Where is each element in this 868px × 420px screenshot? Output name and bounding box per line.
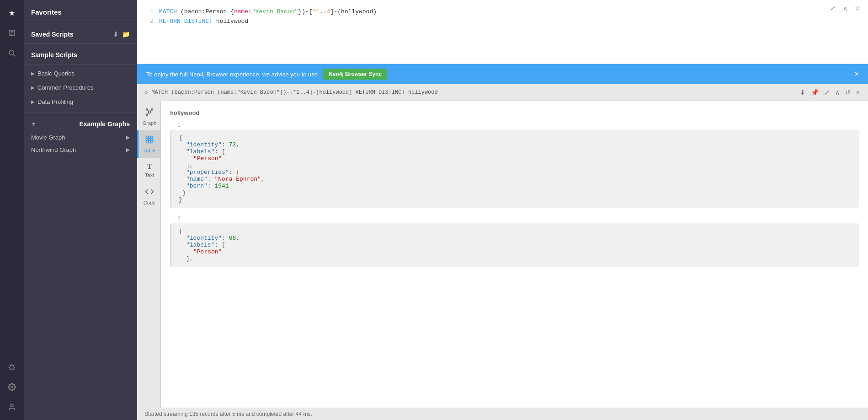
graph-tab-icon [145, 108, 154, 118]
saved-scripts-icons: ⬇ 📁 [113, 31, 130, 38]
svg-line-13 [148, 110, 149, 112]
notification-message: To enjoy the full Neo4j Browser experien… [146, 71, 318, 78]
search-nav-icon[interactable] [4, 45, 20, 61]
example-graphs-header: ▼ Example Graphs [24, 115, 137, 131]
common-procedures-section[interactable]: ▶ Common Procedures [24, 81, 137, 95]
svg-line-5 [13, 54, 15, 56]
view-tabs: Graph Table T Text Code [137, 101, 161, 408]
northwind-graph-chevron: ▶ [126, 147, 130, 153]
graph-tab[interactable]: Graph [137, 103, 160, 130]
sample-scripts-header: Sample Scripts [24, 46, 137, 62]
result-row-1: { "identity": 72, "labels": [ "Person" ]… [170, 130, 859, 208]
table-tab-label: Table [144, 148, 155, 153]
row-number-2: 2 [170, 211, 859, 223]
data-profiling-arrow: ▶ [31, 99, 35, 104]
row1-close-brace: } [179, 196, 852, 203]
result-body: Graph Table T Text Code [137, 101, 868, 408]
movie-graph-item[interactable]: Movie Graph ▶ [24, 131, 137, 144]
result-download-button[interactable]: ⬇ [799, 88, 806, 97]
settings-nav-icon[interactable] [4, 379, 20, 395]
scripts-nav-icon[interactable] [4, 25, 20, 41]
notification-bar: To enjoy the full Neo4j Browser experien… [137, 64, 868, 84]
common-procedures-arrow: ▶ [31, 85, 35, 90]
result-query: MATCH (bacon:Person {name:"Kevin Bacon"}… [151, 89, 438, 96]
code-line-1: 1 MATCH (bacon:Person {name:"Kevin Bacon… [146, 7, 859, 17]
result-close-button[interactable]: × [855, 88, 861, 97]
result-table: hollywood 1 { "identity": 72, "labels": … [161, 101, 868, 275]
result-panel: $ MATCH (bacon:Person {name:"Kevin Bacon… [137, 84, 868, 420]
main-content: ⤢ ∧ ☆ 1 MATCH (bacon:Person {name:"Kevin… [137, 0, 868, 420]
user-nav-icon[interactable] [4, 399, 20, 415]
data-profiling-section[interactable]: ▶ Data Profiling [24, 95, 137, 109]
result-pin-button[interactable]: 📌 [810, 88, 820, 97]
saved-scripts-header: Saved Scripts ⬇ 📁 [24, 25, 137, 42]
line-number-1: 1 [146, 7, 154, 17]
result-column-label: hollywood [170, 106, 859, 118]
favorites-nav-icon[interactable]: ★ [4, 5, 20, 21]
download-scripts-icon[interactable]: ⬇ [113, 31, 118, 38]
result-expand-button[interactable]: ⤢ [823, 88, 831, 97]
svg-point-10 [146, 109, 148, 110]
result-content[interactable]: hollywood 1 { "identity": 72, "labels": … [161, 101, 868, 408]
movie-graph-chevron: ▶ [126, 135, 130, 140]
editor-star-button[interactable]: ☆ [853, 4, 863, 13]
result-row-2: { "identity": 68, "labels": [ "Person" ]… [170, 223, 859, 267]
northwind-graph-item[interactable]: Northwind Graph ▶ [24, 144, 137, 156]
editor-toolbar: ⤢ ∧ ☆ [828, 4, 863, 13]
status-message: Started streaming 135 records after 5 ms… [144, 411, 312, 417]
result-collapse-button[interactable]: ∧ [834, 88, 841, 97]
table-tab[interactable]: Table [137, 130, 160, 158]
icon-bar-bottom [4, 359, 20, 420]
folder-scripts-icon[interactable]: 📁 [122, 31, 130, 38]
code-tab[interactable]: Code [137, 183, 160, 210]
graph-tab-label: Graph [143, 120, 157, 126]
svg-point-8 [11, 404, 13, 407]
code-tab-label: Code [144, 200, 155, 205]
svg-rect-16 [146, 136, 153, 143]
example-graphs-arrow-down: ▼ [31, 121, 36, 127]
text-tab-icon: T [147, 162, 152, 171]
row1-open-brace: { [179, 135, 852, 141]
favorites-header: Favorites [24, 0, 137, 21]
svg-line-14 [150, 110, 152, 112]
result-header-actions: ⬇ 📌 ⤢ ∧ ↺ × [799, 88, 861, 97]
row-number-1: 1 [170, 118, 859, 130]
code-editor: ⤢ ∧ ☆ 1 MATCH (bacon:Person {name:"Kevin… [137, 0, 868, 64]
icon-bar: ★ [0, 0, 24, 420]
svg-line-15 [148, 113, 149, 114]
basic-queries-section[interactable]: ▶ Basic Queries [24, 66, 137, 81]
dollar-sign: $ [144, 89, 148, 96]
result-header: $ MATCH (bacon:Person {name:"Kevin Bacon… [137, 84, 868, 101]
editor-collapse-button[interactable]: ∧ [841, 4, 849, 13]
code-tab-icon [145, 187, 154, 198]
status-bar: Started streaming 135 records after 5 ms… [137, 408, 868, 420]
basic-queries-arrow: ▶ [31, 71, 35, 76]
svg-point-4 [9, 50, 14, 55]
editor-expand-button[interactable]: ⤢ [828, 4, 837, 13]
sidebar: Favorites Saved Scripts ⬇ 📁 Sample Scrip… [24, 0, 137, 420]
svg-point-7 [11, 386, 13, 388]
svg-point-11 [151, 109, 153, 110]
code-line-2: 2 RETURN DISTINCT hollywood [146, 17, 859, 27]
text-tab-label: Text [145, 172, 154, 178]
sync-button[interactable]: Neo4j Browser Sync [323, 69, 387, 80]
svg-point-12 [146, 114, 148, 115]
bug-nav-icon[interactable] [4, 359, 20, 375]
line-number-2: 2 [146, 17, 154, 27]
table-tab-icon [145, 135, 154, 146]
notification-close-button[interactable]: × [855, 70, 859, 78]
text-tab[interactable]: T Text [137, 158, 160, 183]
result-refresh-button[interactable]: ↺ [844, 88, 852, 97]
